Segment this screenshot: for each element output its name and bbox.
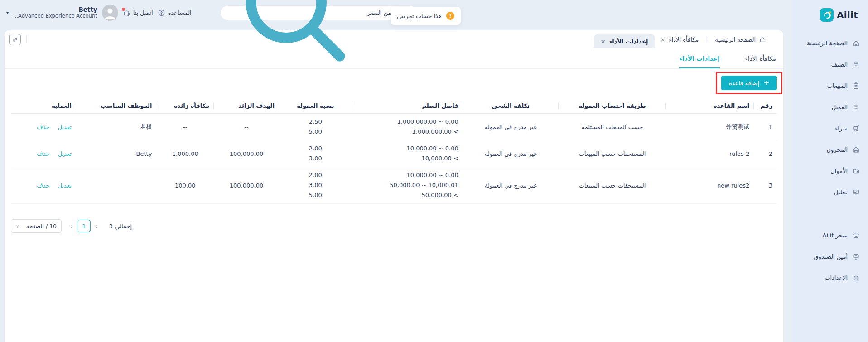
help-button[interactable]: المساعدة: [158, 9, 192, 17]
delete-link[interactable]: حذف: [37, 182, 49, 189]
sidebar-item-label: الصفحة الرئيسية: [807, 40, 848, 47]
expand-button[interactable]: [9, 34, 21, 45]
ailit-logo-icon: [820, 8, 834, 22]
price-check-button[interactable]: التحقق من السعر: [221, 6, 417, 20]
page-size-select[interactable]: 10 / الصفحة ∨: [11, 219, 62, 233]
col-number: رقم: [754, 99, 777, 114]
edit-link[interactable]: تعديل: [58, 150, 72, 157]
avatar[interactable]: [102, 5, 118, 21]
edit-link[interactable]: تعديل: [58, 182, 72, 189]
commission-rates: 2.50 5.00: [279, 114, 352, 140]
table-header-row: رقم اسم القاعدة طريقة احتساب العمولة تكل…: [11, 99, 777, 114]
cash-register-icon: [852, 253, 860, 260]
col-commission-method: طريقة احتساب العمولة: [559, 99, 666, 114]
sidebar-item-ailit-store[interactable]: متجر Ailit: [792, 225, 868, 246]
rule-name: new rules2: [666, 167, 754, 204]
tab-label: إعدادات الأداء: [609, 38, 648, 45]
page-number-button[interactable]: 1: [77, 220, 91, 232]
shipping-cost: غير مدرج في العمولة: [463, 140, 559, 167]
notification-dot: [122, 8, 125, 11]
sidebar-item-settings[interactable]: الإعدادات: [792, 267, 868, 289]
tab-performance-settings[interactable]: إعدادات الأداء ×: [594, 34, 655, 48]
sidebar-nav: الصفحة الرئيسية الصنف المبيعات العميل شر…: [792, 33, 868, 289]
commission-rates: 2.00 3.00: [279, 140, 352, 167]
col-employee: الموظف المناسب: [76, 99, 157, 114]
demo-banner-text: هذا حساب تجريبي: [397, 13, 442, 19]
sidebar-item-analysis[interactable]: تحليل: [792, 182, 868, 203]
open-tabs: الصفحة الرئيسية | مكافأة الأداء × إعدادا…: [594, 30, 772, 48]
ladder-intervals: 10,000.00 ~ 0.00 10,000.00 <: [352, 140, 463, 167]
sidebar-item-items[interactable]: الصنف: [792, 54, 868, 75]
table-row: 1 外贸测试 حسب المبيعات المستلمة غير مدرج في…: [11, 114, 777, 140]
tab-label: الصفحة الرئيسية: [715, 36, 756, 43]
sidebar-item-purchase[interactable]: شراء: [792, 118, 868, 139]
commission-rates: 2.00 3.00 5.00: [279, 167, 352, 204]
commission-method: المستحقات حسب المبيعات: [559, 167, 666, 204]
account-caret-down-icon[interactable]: ▾: [6, 10, 9, 15]
pagination: إجمالي 3 › 1 ‹ 10 / الصفحة ∨: [5, 219, 783, 233]
sidebar-item-customer[interactable]: العميل: [792, 96, 868, 118]
close-icon[interactable]: ×: [661, 37, 665, 43]
monitor-chart-icon: [852, 188, 860, 196]
contact-us-button[interactable]: اتصل بنا: [123, 9, 153, 17]
tab-home[interactable]: الصفحة الرئيسية: [709, 30, 772, 48]
col-actions: العملية: [11, 99, 76, 114]
commission-method: المستحقات حسب المبيعات: [559, 140, 666, 167]
col-commission-rate: نسبة العمولة: [279, 99, 352, 114]
sidebar-item-label: متجر Ailit: [823, 232, 848, 239]
subtab-performance-reward[interactable]: مكافأة الأداء: [745, 55, 776, 68]
sidebar-item-home[interactable]: الصفحة الرئيسية: [792, 33, 868, 54]
subtab-performance-settings[interactable]: إعدادات الأداء: [679, 55, 719, 68]
help-circle-icon: [158, 9, 165, 17]
total-count: إجمالي 3: [109, 223, 132, 230]
topbar: ▾ Betty ...Advanced Experience Account ا…: [0, 0, 792, 25]
rules-table-wrap: رقم اسم القاعدة طريقة احتساب العمولة تكل…: [5, 99, 783, 204]
next-page-chevron-icon[interactable]: ‹: [66, 222, 77, 231]
shipping-cost: غير مدرج في العمولة: [463, 167, 559, 204]
col-excess-target: الهدف الزائد: [214, 99, 279, 114]
warehouse-icon: [852, 146, 860, 154]
sidebar-item-label: الإعدادات: [825, 275, 848, 281]
close-icon[interactable]: ×: [601, 39, 606, 44]
page-size-value: 10 / الصفحة: [26, 223, 57, 230]
contact-us-label: اتصل بنا: [133, 10, 153, 16]
delete-link[interactable]: حذف: [37, 124, 49, 130]
delete-link[interactable]: حذف: [37, 150, 49, 157]
tab-performance-reward[interactable]: مكافأة الأداء ×: [655, 30, 704, 48]
col-rule-name: اسم القاعدة: [666, 99, 754, 114]
money-folder-icon: [852, 167, 860, 175]
excess-bonus: 1,000.00: [156, 140, 214, 167]
brand-name: Ailit: [837, 10, 858, 20]
rules-table: رقم اسم القاعدة طريقة احتساب العمولة تكل…: [11, 99, 777, 204]
sidebar-item-label: الصنف: [831, 61, 848, 68]
rule-name: 外贸测试: [666, 114, 754, 140]
subtab-bar: مكافأة الأداء إعدادات الأداء: [5, 48, 783, 69]
row-actions: تعديل حذف: [11, 167, 76, 204]
tab-divider: |: [704, 36, 709, 43]
app-root: Ailit الصفحة الرئيسية الصنف المبيعات الع…: [0, 0, 868, 342]
sidebar-item-label: شراء: [835, 125, 848, 132]
account-switcher[interactable]: Betty ...Advanced Experience Account: [13, 6, 97, 19]
account-type: ...Advanced Experience Account: [13, 13, 97, 19]
cart-icon: [852, 125, 860, 132]
edit-link[interactable]: تعديل: [58, 124, 72, 130]
sidebar-item-label: العميل: [832, 104, 848, 111]
add-rule-button[interactable]: + إضافة قاعدة: [721, 76, 777, 90]
sidebar-item-sales[interactable]: المبيعات: [792, 75, 868, 96]
sidebar-item-cashier[interactable]: أمين الصندوق: [792, 246, 868, 267]
sidebar-item-funds[interactable]: الأموال: [792, 160, 868, 182]
tab-label: مكافأة الأداء: [669, 36, 699, 43]
ladder-intervals: 1,000,000.00 ~ 0.00 1,000,000.00 <: [352, 114, 463, 140]
brand-logo: Ailit: [792, 6, 868, 28]
employee: Betty: [76, 140, 157, 167]
prev-page-chevron-icon[interactable]: ›: [91, 222, 101, 231]
excess-target: --: [214, 114, 279, 140]
shipping-cost: غير مدرج في العمولة: [463, 114, 559, 140]
strip-divider: [26, 35, 27, 43]
excess-bonus: 100.00: [156, 167, 214, 204]
sidebar-item-inventory[interactable]: المخزون: [792, 139, 868, 160]
row-number: 1: [754, 114, 777, 140]
gear-icon: [852, 274, 860, 282]
warning-icon: !: [446, 12, 454, 20]
sidebar-item-label: المخزون: [827, 146, 848, 153]
